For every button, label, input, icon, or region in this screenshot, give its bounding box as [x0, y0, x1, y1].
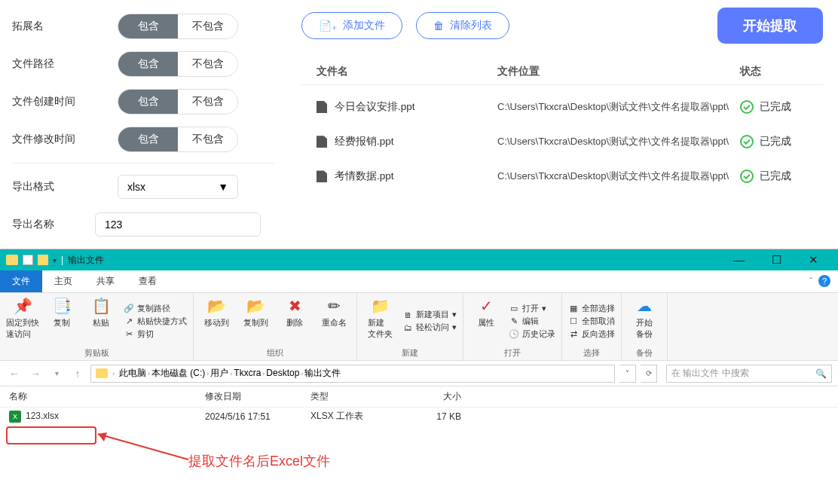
- new-item-button[interactable]: 🗎新建项目 ▾: [402, 309, 457, 320]
- invert-selection-button[interactable]: ⇄反向选择: [568, 328, 615, 340]
- new-folder-button[interactable]: 📁新建 文件夹: [363, 296, 396, 346]
- breadcrumb-segment[interactable]: 此电脑: [119, 368, 146, 378]
- dropdown-button[interactable]: ˅: [619, 365, 636, 383]
- new-icon: 🗎: [402, 310, 413, 320]
- toggle-include[interactable]: 包含: [118, 127, 178, 151]
- export-name-input[interactable]: [95, 212, 261, 237]
- toggle-created[interactable]: 包含 不包含: [118, 89, 238, 115]
- titlebar-icon: [23, 255, 33, 265]
- toggle-filepath[interactable]: 包含 不包含: [118, 51, 238, 77]
- select-all-button[interactable]: ▦全部选择: [568, 303, 615, 314]
- toggle-include[interactable]: 包含: [118, 14, 178, 38]
- copy-to-button[interactable]: 📂复制到: [239, 296, 272, 346]
- search-input[interactable]: 在 输出文件 中搜索 🔍: [666, 365, 832, 383]
- toggle-exclude[interactable]: 不包含: [178, 90, 237, 114]
- paste-button[interactable]: 📋粘贴: [84, 296, 118, 346]
- row-export-format: 导出格式 xlsx ▼: [12, 168, 274, 206]
- copy-icon: 📑: [52, 296, 72, 316]
- tab-home[interactable]: 主页: [42, 270, 84, 292]
- col-size[interactable]: 大小: [401, 390, 461, 403]
- toggle-exclude[interactable]: 不包含: [178, 127, 237, 151]
- move-icon: 📂: [206, 296, 226, 316]
- start-extract-button[interactable]: 开始提取: [717, 8, 823, 44]
- table-row[interactable]: 今日会议安排.pptC:\Users\Tkxcra\Desktop\测试文件\文…: [301, 90, 823, 124]
- delete-button[interactable]: ✖删除: [278, 296, 311, 346]
- minimize-button[interactable]: ―: [733, 253, 745, 267]
- toggle-include[interactable]: 包含: [118, 52, 178, 76]
- col-name[interactable]: 名称: [9, 390, 205, 403]
- copy-path-button[interactable]: 🔗复制路径: [124, 303, 187, 314]
- main-toolbar: 📄₊ 添加文件 🗑 清除列表 开始提取: [301, 8, 823, 44]
- explorer-window: ▾ | 输出文件 ― ☐ ✕ 文件 主页 共享 查看 ˆ ? 📌固定到快 速访问…: [0, 249, 838, 504]
- col-date[interactable]: 修改日期: [205, 390, 310, 403]
- file-size: 17 KB: [401, 411, 461, 422]
- breadcrumb-segment[interactable]: 用户: [210, 368, 228, 378]
- cut-button[interactable]: ✂剪切: [124, 328, 187, 340]
- properties-button[interactable]: ✓属性: [469, 296, 503, 346]
- search-placeholder: 在 输出文件 中搜索: [671, 367, 749, 380]
- nav-back-button[interactable]: ←: [6, 368, 23, 380]
- row-filepath: 文件路径 包含 不包含: [12, 45, 274, 83]
- paste-icon: 📋: [91, 296, 111, 316]
- toggle-include[interactable]: 包含: [118, 90, 178, 114]
- tab-view[interactable]: 查看: [127, 270, 169, 292]
- select-none-button[interactable]: ☐全部取消: [568, 316, 615, 327]
- edit-button[interactable]: ✎编辑: [509, 316, 555, 327]
- pin-quick-access-button[interactable]: 📌固定到快 速访问: [6, 296, 39, 346]
- breadcrumb-segment[interactable]: 输出文件: [304, 368, 341, 378]
- toggle-modified[interactable]: 包含 不包含: [118, 127, 238, 152]
- copy-button[interactable]: 📑复制: [45, 296, 78, 346]
- ribbon: 📌固定到快 速访问 📑复制 📋粘贴 🔗复制路径 ↗粘贴快捷方式 ✂剪切 剪贴板 …: [0, 293, 838, 361]
- col-type[interactable]: 类型: [310, 390, 401, 403]
- add-file-button[interactable]: 📄₊ 添加文件: [301, 12, 402, 39]
- document-icon: [317, 136, 327, 148]
- header-name: 文件名: [317, 65, 497, 78]
- maximize-button[interactable]: ☐: [772, 253, 781, 267]
- row-extension: 拓展名 包含 不包含: [12, 8, 274, 45]
- group-clipboard: 剪贴板: [6, 346, 187, 359]
- export-format-select[interactable]: xlsx ▼: [118, 175, 238, 199]
- nav-up-button[interactable]: ↑: [69, 368, 86, 380]
- file-name: 经费报销.ppt: [335, 135, 394, 148]
- toggle-extension[interactable]: 包含 不包含: [118, 14, 238, 39]
- toggle-exclude[interactable]: 不包含: [178, 14, 237, 38]
- tab-share[interactable]: 共享: [84, 270, 127, 292]
- rename-button[interactable]: ✏重命名: [317, 296, 350, 346]
- file-name: 123.xlsx: [26, 411, 59, 421]
- paste-shortcut-button[interactable]: ↗粘贴快捷方式: [124, 316, 187, 327]
- clear-list-button[interactable]: 🗑 清除列表: [416, 12, 509, 39]
- ribbon-collapse-icon[interactable]: ˆ: [809, 276, 812, 286]
- table-row[interactable]: 经费报销.pptC:\Users\Tkxcra\Desktop\测试文件\文件名…: [301, 124, 823, 159]
- help-icon[interactable]: ?: [818, 275, 830, 287]
- move-to-button[interactable]: 📂移动到: [200, 296, 233, 346]
- row-created: 文件创建时间 包含 不包含: [12, 83, 274, 121]
- open-button[interactable]: ▭打开 ▾: [509, 303, 555, 314]
- settings-sidebar: 拓展名 包含 不包含 文件路径 包含 不包含 文件创建时间 包含 不包含 文件修…: [0, 0, 286, 249]
- close-button[interactable]: ✕: [809, 253, 818, 267]
- history-button[interactable]: 🕓历史记录: [509, 328, 555, 340]
- invert-icon: ⇄: [568, 328, 579, 339]
- breadcrumb[interactable]: › 此电脑›本地磁盘 (C:)›用户›Tkxcra›Desktop›输出文件: [90, 365, 615, 383]
- label-export-name: 导出名称: [12, 218, 95, 231]
- chevron-down-icon: ▼: [218, 181, 228, 193]
- edit-icon: ✎: [509, 316, 519, 326]
- tab-file[interactable]: 文件: [0, 270, 42, 292]
- refresh-button[interactable]: ⟳: [641, 365, 657, 383]
- breadcrumb-segment[interactable]: Desktop: [266, 368, 299, 378]
- backup-button[interactable]: ☁开始 备份: [628, 296, 661, 346]
- nav-recent-button[interactable]: ▾: [48, 369, 65, 377]
- breadcrumb-segment[interactable]: 本地磁盘 (C:): [151, 368, 205, 378]
- nav-forward-button[interactable]: →: [27, 368, 44, 380]
- table-row[interactable]: 考情数据.pptC:\Users\Tkxcra\Desktop\测试文件\文件名…: [301, 159, 823, 194]
- breadcrumb-segment[interactable]: Tkxcra: [234, 368, 261, 378]
- list-item[interactable]: X123.xlsx2024/5/16 17:51XLSX 工作表17 KB: [0, 408, 838, 425]
- titlebar-icon: [38, 255, 48, 265]
- toggle-exclude[interactable]: 不包含: [178, 52, 237, 76]
- check-circle-icon: [740, 100, 754, 114]
- file-add-icon: 📄₊: [319, 20, 337, 32]
- pin-icon: 📌: [13, 296, 32, 316]
- label-filepath: 文件路径: [12, 57, 118, 71]
- label-extension: 拓展名: [12, 20, 118, 33]
- status-text: 已完成: [760, 100, 791, 114]
- easy-access-button[interactable]: 🗂轻松访问 ▾: [402, 322, 457, 333]
